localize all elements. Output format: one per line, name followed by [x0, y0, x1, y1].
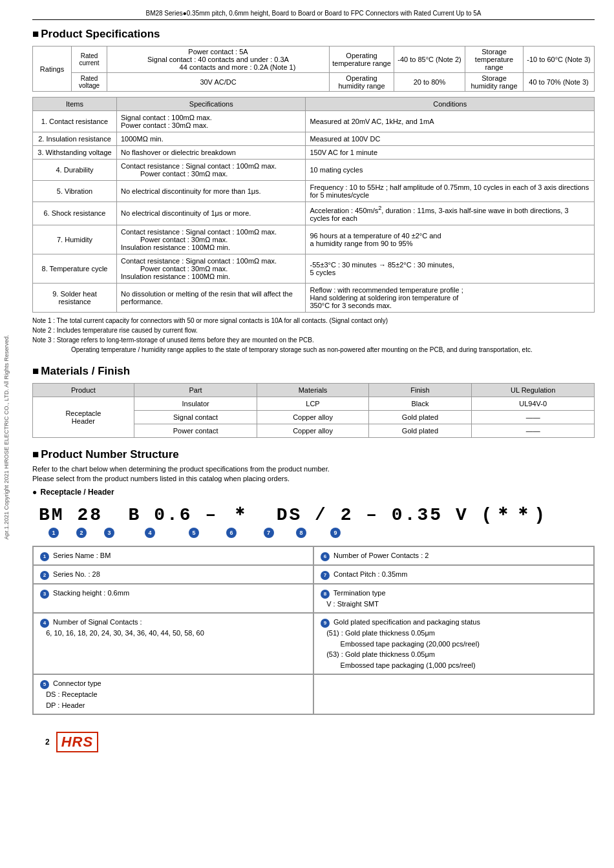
- spec-row-4: 4. Durability Contact resistance : Signa…: [33, 160, 595, 181]
- op-temp-val: -40 to 85°C (Note 2): [394, 46, 465, 73]
- spec-spec-6: No electrical discontinuity of 1μs or mo…: [117, 202, 306, 225]
- detail-num-7: 7: [321, 571, 330, 580]
- hrs-logo: HRS: [56, 732, 98, 752]
- specs-table: Items Specifications Conditions 1. Conta…: [32, 97, 595, 313]
- spec-spec-9: No dissolution or melting of the resin t…: [117, 283, 306, 312]
- spec-cond-5: Frequency : 10 to 55Hz ; half amplitude …: [306, 181, 595, 202]
- mat-col-product: Product: [33, 383, 134, 397]
- pn-circle-1: 1: [39, 526, 69, 537]
- mat-finish-2: Gold plated: [368, 410, 472, 424]
- spec-row-2: 2. Insulation resistance 1000MΩ min. Mea…: [33, 132, 595, 146]
- specs-col-items: Items: [33, 98, 117, 111]
- detail-6: 6 Number of Power Contacts : 2: [313, 546, 594, 565]
- mat-col-part: Part: [134, 383, 257, 397]
- spec-row-3: 3. Withstanding voltage No flashover or …: [33, 146, 595, 160]
- detail-num-8: 8: [321, 590, 330, 599]
- spec-cond-1: Measured at 20mV AC, 1kHz, and 1mA: [306, 111, 595, 132]
- spec-spec-4: Contact resistance : Signal contact : 10…: [117, 160, 306, 181]
- mat-finish-1: Black: [368, 397, 472, 410]
- note-2: Note 2 : Includes temperature rise cause…: [32, 326, 595, 335]
- mat-col-finish: Finish: [368, 383, 472, 397]
- mat-finish-3: Gold plated: [368, 424, 472, 437]
- detail-3: 3 Stacking height : 0.6mm: [33, 584, 313, 614]
- spec-cond-2: Measured at 100V DC: [306, 132, 595, 146]
- detail-num-6: 6: [321, 552, 330, 561]
- pn-circle-6: 6: [212, 526, 251, 537]
- pn-desc1: Refer to the chart below when determinin…: [32, 465, 595, 473]
- detail-9: 9 Gold plated specification and packagin…: [313, 613, 594, 674]
- product-number-section: Product Number Structure Refer to the ch…: [32, 448, 595, 716]
- pn-circle-9: 9: [316, 526, 355, 537]
- spec-item-8: 8. Temperature cycle: [33, 254, 117, 283]
- detail-5: 5 Connector type DS : Receptacle DP : He…: [33, 674, 313, 714]
- pn-details-grid: 1 Series Name : BM 6 Number of Power Con…: [32, 546, 595, 716]
- rated-voltage-label: Ratedvoltage: [72, 73, 107, 92]
- spec-cond-3: 150V AC for 1 minute: [306, 146, 595, 160]
- receptacle-header-subtitle: Receptacle / Header: [32, 488, 595, 497]
- side-text: Apr.1.2021 Copyright 2021 HIROSE ELECTRI…: [3, 335, 10, 540]
- product-specs-title: Product Specifications: [32, 28, 595, 41]
- spec-spec-8: Contact resistance : Signal contact : 10…: [117, 254, 306, 283]
- spec-item-3: 3. Withstanding voltage: [33, 146, 117, 160]
- product-number-title: Product Number Structure: [32, 448, 595, 461]
- notes: Note 1 : The total current capacity for …: [32, 316, 595, 355]
- pn-circle-2: 2: [69, 526, 94, 537]
- spec-row-9: 9. Solder heatresistance No dissolution …: [33, 283, 595, 312]
- pn-desc2: Please select from the product numbers l…: [32, 475, 595, 482]
- spec-item-2: 2. Insulation resistance: [33, 132, 117, 146]
- mat-ul-2: ——: [472, 410, 595, 424]
- detail-num-9: 9: [321, 619, 330, 628]
- pn-circle-3: 3: [94, 526, 124, 537]
- pn-circle-7: 7: [251, 526, 286, 537]
- pn-circle-8: 8: [286, 526, 316, 537]
- detail-2: 2 Series No. : 28: [33, 565, 313, 584]
- materials-table: Product Part Materials Finish UL Regulat…: [32, 383, 595, 438]
- detail-num-3: 3: [40, 590, 49, 599]
- detail-1: 1 Series Name : BM: [33, 546, 313, 565]
- storage-hum-label: Storagehumidity range: [465, 73, 524, 92]
- storage-hum-val: 40 to 70% (Note 3): [524, 73, 595, 92]
- spec-cond-7: 96 hours at a temperature of 40 ±2°C and…: [306, 225, 595, 254]
- rated-current-label: Ratedcurrent: [72, 46, 107, 73]
- spec-cond-4: 10 mating cycles: [306, 160, 595, 181]
- spec-item-5: 5. Vibration: [33, 181, 117, 202]
- ratings-label: Ratings: [33, 46, 72, 92]
- mat-col-materials: Materials: [257, 383, 368, 397]
- pn-circles-row: 1 2 3 4 5 6 7 8 9: [39, 526, 595, 537]
- spec-row-1: 1. Contact resistance Signal contact : 1…: [33, 111, 595, 132]
- footer: 2 HRS: [32, 728, 595, 756]
- mat-ul-1: UL94V-0: [472, 397, 595, 410]
- note-1: Note 1 : The total current capacity for …: [32, 316, 595, 326]
- rated-voltage-val: 30V AC/DC: [107, 73, 330, 92]
- materials-title: Materials / Finish: [32, 365, 595, 378]
- detail-num-5: 5: [40, 680, 49, 689]
- mat-mat-2: Copper alloy: [257, 410, 368, 424]
- mat-part-3: Power contact: [134, 424, 257, 437]
- spec-cond-9: Reflow : with recommended temperature pr…: [306, 283, 595, 312]
- spec-spec-5: No electrical discontinuity for more tha…: [117, 181, 306, 202]
- specs-col-specs: Specifications: [117, 98, 306, 111]
- detail-8: 8 Termination type V : Straight SMT: [313, 584, 594, 614]
- product-specs-section: Product Specifications Ratings Ratedcurr…: [32, 28, 595, 355]
- ratings-table: Ratings Ratedcurrent Power contact : 5AS…: [32, 46, 595, 92]
- note-3b: Operating temperature / humidity range a…: [32, 345, 595, 355]
- pn-circle-5: 5: [176, 526, 212, 537]
- spec-row-7: 7. Humidity Contact resistance : Signal …: [33, 225, 595, 254]
- mat-ul-3: ——: [472, 424, 595, 437]
- spec-spec-7: Contact resistance : Signal contact : 10…: [117, 225, 306, 254]
- spec-cond-8: -55±3°C : 30 minutes → 85±2°C : 30 minut…: [306, 254, 595, 283]
- storage-temp-label: Storagetemperature range: [465, 46, 524, 73]
- storage-temp-val: -10 to 60°C (Note 3): [524, 46, 595, 73]
- rated-current-val: Power contact : 5ASignal contact : 40 co…: [107, 46, 330, 73]
- mat-product-label: ReceptacleHeader: [33, 397, 134, 437]
- detail-7: 7 Contact Pitch : 0.35mm: [313, 565, 594, 584]
- spec-spec-1: Signal contact : 100mΩ max.Power contact…: [117, 111, 306, 132]
- detail-num-4: 4: [40, 619, 49, 628]
- note-3a: Note 3 : Storage refers to long-term-sto…: [32, 335, 595, 345]
- part-number-display: BM 28 B 0.6 – ＊ DS / 2 – 0.35 V (＊＊): [39, 502, 588, 526]
- detail-empty: [313, 674, 594, 714]
- mat-col-ul: UL Regulation: [472, 383, 595, 397]
- op-hum-val: 20 to 80%: [394, 73, 465, 92]
- spec-spec-3: No flashover or dielectric breakdown: [117, 146, 306, 160]
- spec-item-4: 4. Durability: [33, 160, 117, 181]
